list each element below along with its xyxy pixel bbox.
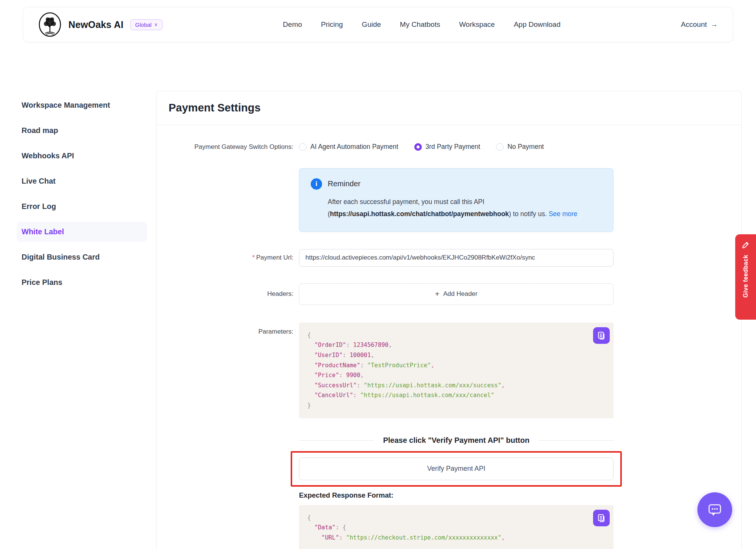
nav-item-guide[interactable]: Guide xyxy=(362,20,381,29)
page-title: Payment Settings xyxy=(169,102,729,114)
sidebar-item-road-map[interactable]: Road map xyxy=(17,121,147,141)
verify-payment-api-button[interactable]: Verify Payment API xyxy=(299,458,613,480)
chevron-down-icon: ∨ xyxy=(154,22,158,27)
radio-label: AI Agent Automation Payment xyxy=(310,143,398,151)
radio-option-3rd-party-payment[interactable]: 3rd Party Payment xyxy=(414,143,480,151)
global-label: Global xyxy=(135,22,152,28)
pencil-icon xyxy=(741,240,750,249)
info-icon: i xyxy=(311,178,322,190)
sidebar-item-workspace-management[interactable]: Workspace Management xyxy=(17,95,147,115)
global-dropdown[interactable]: Global ∨ xyxy=(130,19,163,30)
radio-label: No Payment xyxy=(507,143,544,151)
code-line: "URL": "https://checkout.stripe.com/xxxx… xyxy=(307,533,605,543)
headers-label: Headers: xyxy=(169,289,293,298)
verify-hint-text: Please click "Verify Payment API" button xyxy=(383,436,529,445)
payment-url-label: *Payment Url: xyxy=(169,253,293,262)
code-line: "Price": 9900, xyxy=(307,370,605,380)
give-feedback-label: Give feedback xyxy=(742,255,749,298)
radio-icon xyxy=(414,143,422,151)
nav-item-demo[interactable]: Demo xyxy=(283,20,302,29)
reminder-title: Reminder xyxy=(328,179,361,188)
account-label: Account xyxy=(681,20,707,29)
red-highlight-annotation: Verify Payment API xyxy=(291,451,622,487)
add-header-button[interactable]: + Add Header xyxy=(299,283,613,305)
code-line: "OrderID": 1234567890, xyxy=(307,340,605,350)
code-line: "Data": { xyxy=(307,523,605,533)
divider-line xyxy=(539,440,613,441)
verify-hint-divider: Please click "Verify Payment API" button xyxy=(299,436,613,445)
main-nav: DemoPricingGuideMy ChatbotsWorkspaceApp … xyxy=(283,20,560,29)
code-line: "CancelUrl": "https://usapi.hottask.com/… xyxy=(307,390,605,401)
nav-item-my-chatbots[interactable]: My Chatbots xyxy=(400,20,440,29)
brand-name: NewOaks AI xyxy=(68,19,124,30)
newoaks-logo-icon xyxy=(38,12,62,37)
reminder-body: After each successful payment, you must … xyxy=(328,196,602,220)
give-feedback-tab[interactable]: Give feedback xyxy=(735,234,756,320)
add-header-label: Add Header xyxy=(443,290,477,298)
parameters-code-block: { "OrderID": 1234567890, "UserID": 10000… xyxy=(299,323,613,418)
copy-response-button[interactable] xyxy=(593,510,610,526)
code-line: "ProductName": "TestProductPrice", xyxy=(307,360,605,371)
nav-item-workspace[interactable]: Workspace xyxy=(459,20,495,29)
sidebar-item-price-plans[interactable]: Price Plans xyxy=(17,272,147,292)
parameters-label: Parameters: xyxy=(169,323,293,418)
reminder-api-url: https://usapi.hottask.com/chat/chatbot/p… xyxy=(330,210,509,218)
verify-section: Please click "Verify Payment API" button… xyxy=(299,436,613,549)
account-link[interactable]: Account → xyxy=(681,20,718,29)
sidebar-item-webhooks-api[interactable]: Webhooks API xyxy=(17,146,147,166)
radio-icon xyxy=(496,143,503,151)
see-more-link[interactable]: See more xyxy=(548,210,577,218)
top-navbar: NewOaks AI Global ∨ DemoPricingGuideMy C… xyxy=(23,7,733,42)
copy-parameters-button[interactable] xyxy=(593,327,610,344)
code-line: "SuccessUrl": "https://usapi.hottask.com… xyxy=(307,380,605,391)
sidebar-item-live-chat[interactable]: Live Chat xyxy=(17,171,147,191)
expected-response-label: Expected Response Format: xyxy=(299,491,613,500)
headers-row: Headers: + Add Header xyxy=(169,283,729,305)
gateway-radio-group: AI Agent Automation Payment3rd Party Pay… xyxy=(299,143,729,151)
radio-icon xyxy=(299,143,307,151)
parameters-row: Parameters: { "OrderID": 1234567890, "Us… xyxy=(169,323,729,418)
gateway-switch-label: Payment Gateway Switch Options: xyxy=(169,142,293,152)
code-line: { xyxy=(307,330,605,340)
divider-line xyxy=(299,440,374,441)
required-asterisk: * xyxy=(252,254,255,261)
radio-label: 3rd Party Payment xyxy=(426,143,480,151)
expected-response-code-block: { "Data": { "URL": "https://checkout.str… xyxy=(299,505,613,549)
reminder-alert: i Reminder After each successful payment… xyxy=(299,168,613,232)
copy-icon xyxy=(597,513,606,523)
plus-icon: + xyxy=(435,290,440,298)
reminder-header: i Reminder xyxy=(311,178,602,190)
payment-settings-card: Payment Settings Payment Gateway Switch … xyxy=(156,91,742,549)
sidebar-item-error-log[interactable]: Error Log xyxy=(17,196,147,217)
card-body: Payment Gateway Switch Options: AI Agent… xyxy=(156,125,741,549)
arrow-right-icon: → xyxy=(711,20,718,29)
copy-icon xyxy=(597,331,606,340)
chat-widget-button[interactable] xyxy=(697,492,732,527)
radio-option-no-payment[interactable]: No Payment xyxy=(496,143,544,151)
code-line: } xyxy=(307,401,605,411)
settings-sidebar: Workspace ManagementRoad mapWebhooks API… xyxy=(17,95,147,298)
code-line: { xyxy=(307,513,605,523)
code-line: "UserID": 100001, xyxy=(307,350,605,360)
sidebar-item-white-label[interactable]: White Label xyxy=(17,222,147,242)
gateway-switch-row: Payment Gateway Switch Options: AI Agent… xyxy=(169,142,729,152)
brand-area: NewOaks AI Global ∨ xyxy=(38,12,163,37)
payment-url-input[interactable] xyxy=(299,249,613,267)
payment-url-row: *Payment Url: xyxy=(169,249,729,267)
nav-item-app-download[interactable]: App Download xyxy=(514,20,561,29)
chat-bubble-icon xyxy=(706,501,723,518)
nav-item-pricing[interactable]: Pricing xyxy=(321,20,343,29)
reminder-text-after: ) to notify us. xyxy=(509,210,547,218)
radio-option-ai-agent-automation-payment[interactable]: AI Agent Automation Payment xyxy=(299,143,398,151)
sidebar-item-digital-business-card[interactable]: Digital Business Card xyxy=(17,247,147,267)
card-header: Payment Settings xyxy=(156,91,741,125)
